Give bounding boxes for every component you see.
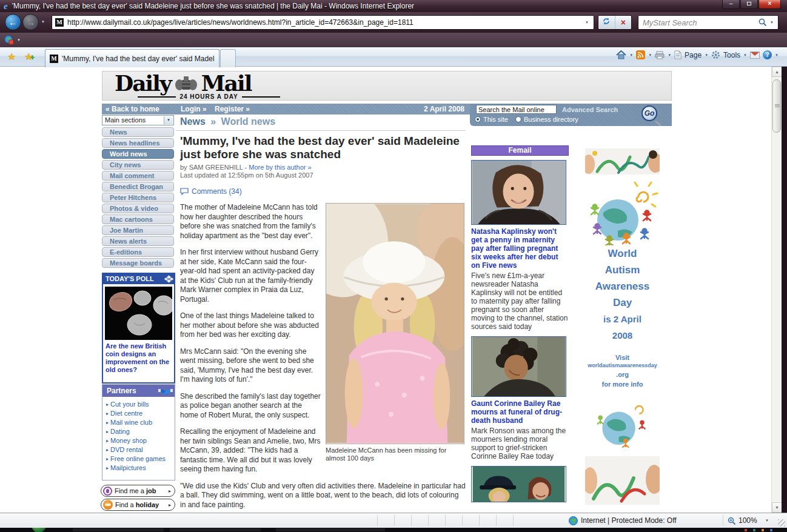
- feeds-dropdown[interactable]: ▼: [648, 53, 652, 57]
- resize-grip[interactable]: [778, 519, 785, 527]
- scrollbar-thumb[interactable]: [772, 79, 781, 133]
- active-tab[interactable]: M 'Mummy, I've had the best day ever' sa…: [45, 49, 219, 67]
- sidebar-item-news-alerts[interactable]: News alerts: [102, 236, 174, 246]
- quick-links-icon[interactable]: [4, 35, 14, 45]
- favorites-center-icon[interactable]: ★: [7, 51, 16, 62]
- tray-icon[interactable]: [770, 529, 772, 531]
- autism-globe-illustration-2[interactable]: [594, 397, 652, 449]
- ad-site-org[interactable]: .org: [584, 370, 661, 379]
- ad-site-url[interactable]: worldautismawarenessday: [584, 362, 661, 369]
- sidebar-item-mac-cartoons[interactable]: Mac cartoons: [102, 214, 174, 224]
- femail-headline-1[interactable]: Natasha Kaplinsky won't get a penny in m…: [471, 227, 569, 270]
- corinne-bailey-rae-photo[interactable]: [471, 336, 566, 397]
- recent-pages-dropdown[interactable]: ▼: [41, 20, 45, 24]
- partner-link-dvd-rental[interactable]: ▸DVD rental: [106, 445, 173, 454]
- sidebar-item-e-editions[interactable]: E-editions: [102, 247, 174, 257]
- vertical-scrollbar[interactable]: ▲ ▼: [771, 67, 782, 513]
- scroll-down-button[interactable]: ▼: [772, 502, 782, 513]
- address-bar[interactable]: M http://www.dailymail.co.uk/pages/live/…: [52, 15, 594, 30]
- find-a-holiday-button[interactable]: Find a holiday ▸: [101, 499, 175, 511]
- ad-line-autism[interactable]: Autism: [584, 262, 661, 278]
- search-icon[interactable]: [759, 18, 767, 27]
- zoom-icon[interactable]: [728, 517, 736, 525]
- register-link[interactable]: Register »: [215, 105, 250, 113]
- scroll-up-button[interactable]: ▲: [772, 67, 782, 77]
- partner-link-dating[interactable]: ▸Dating: [106, 427, 173, 436]
- zoom-dropdown[interactable]: ▼: [765, 519, 769, 522]
- forward-button[interactable]: →: [22, 14, 39, 30]
- partner-link-money-shop[interactable]: ▸Money shop: [106, 436, 173, 445]
- breadcrumb-section[interactable]: News: [180, 116, 206, 127]
- taskbar-window-button[interactable]: [276, 528, 385, 531]
- start-orb[interactable]: [32, 528, 46, 532]
- partner-link-mailpictures[interactable]: ▸Mailpictures: [106, 464, 173, 473]
- ad-more-info[interactable]: for more info: [584, 380, 661, 388]
- home-dropdown[interactable]: ▼: [629, 53, 633, 57]
- sidebar-item-world-news[interactable]: World news: [102, 149, 174, 159]
- maximize-button[interactable]: [740, 0, 758, 9]
- new-tab-stub[interactable]: [220, 49, 236, 67]
- business-directory-radio[interactable]: Business directory: [515, 116, 578, 123]
- back-button[interactable]: ←: [5, 14, 21, 30]
- taskbar-window-button[interactable]: [170, 528, 261, 531]
- go-button[interactable]: Go: [641, 105, 657, 121]
- page-menu-label[interactable]: Page: [685, 51, 702, 59]
- sidebar-item-news-headlines[interactable]: News headlines: [102, 138, 174, 148]
- address-dropdown-icon[interactable]: ▼: [583, 21, 591, 24]
- partner-link-free-online-games[interactable]: ▸Free online games: [106, 454, 173, 464]
- advanced-search-link[interactable]: Advanced Search: [562, 106, 618, 113]
- stop-button[interactable]: ×: [615, 16, 632, 29]
- partner-link-cut-your-bills[interactable]: ▸Cut your bills: [106, 400, 173, 409]
- tools-gear-icon[interactable]: [711, 50, 720, 59]
- poll-question[interactable]: Are the new British coin designs an impr…: [103, 342, 174, 374]
- help-dropdown[interactable]: ▼: [775, 53, 779, 57]
- ad-photo-strip-bottom[interactable]: [585, 456, 660, 505]
- help-icon[interactable]: ?: [763, 50, 772, 59]
- ad-photo-strip-top[interactable]: [585, 148, 660, 175]
- sidebar-item-message-boards[interactable]: Message boards: [102, 258, 174, 268]
- print-icon[interactable]: [655, 51, 665, 59]
- femail-headline-2[interactable]: Gaunt Corinne Bailey Rae mourns at funer…: [471, 399, 569, 425]
- sidebar-item-news[interactable]: News: [102, 127, 174, 137]
- femail-header[interactable]: Femail: [471, 145, 569, 156]
- find-me-a-job-button[interactable]: Find me a job ▸: [101, 485, 175, 497]
- refresh-button[interactable]: [598, 16, 615, 29]
- tray-icon[interactable]: [753, 529, 755, 531]
- partner-link-diet-centre[interactable]: ▸Diet centre: [106, 409, 173, 418]
- this-site-radio[interactable]: This site: [475, 116, 508, 123]
- back-to-home-link[interactable]: « Back to home: [105, 105, 159, 113]
- site-search-input[interactable]: [476, 105, 557, 114]
- partner-link-mail-wine-club[interactable]: ▸Mail wine club: [106, 418, 173, 427]
- ad-line-world[interactable]: World: [584, 245, 661, 262]
- ad-line-day[interactable]: Day: [584, 294, 661, 311]
- natasha-kaplinsky-photo[interactable]: [471, 160, 566, 225]
- rss-feeds-icon[interactable]: [636, 50, 645, 59]
- page-dropdown[interactable]: ▼: [705, 53, 708, 57]
- autism-globe-illustration[interactable]: [586, 181, 659, 245]
- sidebar-item-city-news[interactable]: City news: [102, 160, 174, 170]
- zoom-level[interactable]: 100%: [738, 516, 757, 525]
- browser-search-box[interactable]: ▼: [638, 15, 779, 30]
- print-dropdown[interactable]: ▼: [668, 53, 671, 57]
- comments-link[interactable]: Comments (34): [180, 187, 466, 196]
- ad-line-awareness[interactable]: Awareness: [584, 278, 661, 294]
- ad-line-year[interactable]: 2008: [584, 327, 661, 344]
- tray-icon[interactable]: [745, 529, 747, 531]
- page-icon[interactable]: [674, 50, 682, 59]
- tray-icon[interactable]: [762, 529, 764, 531]
- author-link[interactable]: More by this author »: [249, 164, 311, 171]
- sidebar-item-joe-martin[interactable]: Joe Martin: [102, 225, 174, 235]
- main-sections-select[interactable]: Main sections ▼: [102, 115, 174, 125]
- home-icon[interactable]: [616, 50, 626, 59]
- taskbar-window-button[interactable]: [73, 528, 164, 531]
- sidebar-item-peter-hitchens[interactable]: Peter Hitchens: [102, 193, 174, 202]
- dailymail-logo[interactable]: Daily Mail: [115, 71, 251, 95]
- close-button[interactable]: ×: [759, 0, 781, 9]
- sidebar-item-benedict-brogan[interactable]: Benedict Brogan: [102, 182, 174, 191]
- femail-photo-3[interactable]: [471, 466, 566, 502]
- sidebar-item-photos-video[interactable]: Photos & video: [102, 204, 174, 213]
- tools-dropdown[interactable]: ▼: [743, 53, 747, 57]
- sidebar-item-mail-comment[interactable]: Mail comment: [102, 171, 174, 181]
- tools-menu-label[interactable]: Tools: [723, 51, 740, 59]
- mail-icon[interactable]: [750, 52, 760, 59]
